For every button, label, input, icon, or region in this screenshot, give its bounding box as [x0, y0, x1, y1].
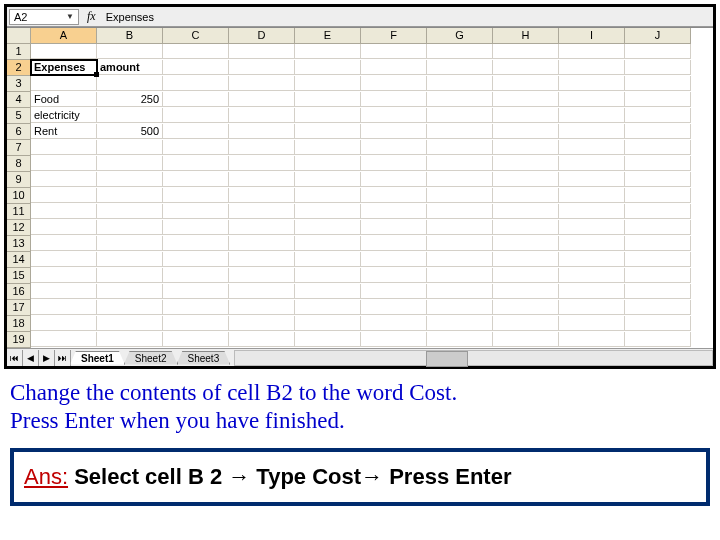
cell-A8[interactable] — [31, 156, 97, 171]
cell-C2[interactable] — [163, 60, 229, 75]
cell-J5[interactable] — [625, 108, 691, 123]
cell-C19[interactable] — [163, 332, 229, 347]
cell-I15[interactable] — [559, 268, 625, 283]
cell-D18[interactable] — [229, 316, 295, 331]
cell-C18[interactable] — [163, 316, 229, 331]
cell-I2[interactable] — [559, 60, 625, 75]
select-all-corner[interactable] — [7, 28, 31, 44]
cell-E17[interactable] — [295, 300, 361, 315]
col-header-B[interactable]: B — [97, 28, 163, 44]
cell-D7[interactable] — [229, 140, 295, 155]
cell-G3[interactable] — [427, 76, 493, 91]
cell-H6[interactable] — [493, 124, 559, 139]
cell-D12[interactable] — [229, 220, 295, 235]
row-header-6[interactable]: 6 — [7, 124, 31, 140]
cell-F7[interactable] — [361, 140, 427, 155]
row-header-2[interactable]: 2 — [7, 60, 31, 76]
col-header-J[interactable]: J — [625, 28, 691, 44]
cell-D8[interactable] — [229, 156, 295, 171]
cell-J3[interactable] — [625, 76, 691, 91]
cell-C16[interactable] — [163, 284, 229, 299]
cell-C12[interactable] — [163, 220, 229, 235]
cell-I16[interactable] — [559, 284, 625, 299]
cell-I17[interactable] — [559, 300, 625, 315]
row-header-13[interactable]: 13 — [7, 236, 31, 252]
cell-A13[interactable] — [31, 236, 97, 251]
cell-D4[interactable] — [229, 92, 295, 107]
cell-F10[interactable] — [361, 188, 427, 203]
cell-G7[interactable] — [427, 140, 493, 155]
cell-H12[interactable] — [493, 220, 559, 235]
cell-F14[interactable] — [361, 252, 427, 267]
cell-D1[interactable] — [229, 44, 295, 59]
cell-G10[interactable] — [427, 188, 493, 203]
cell-B8[interactable] — [97, 156, 163, 171]
cell-I12[interactable] — [559, 220, 625, 235]
cell-E8[interactable] — [295, 156, 361, 171]
cell-H15[interactable] — [493, 268, 559, 283]
horizontal-scrollbar[interactable] — [234, 350, 713, 366]
cell-J11[interactable] — [625, 204, 691, 219]
cell-B12[interactable] — [97, 220, 163, 235]
col-header-E[interactable]: E — [295, 28, 361, 44]
cell-I4[interactable] — [559, 92, 625, 107]
cell-F8[interactable] — [361, 156, 427, 171]
cell-D2[interactable] — [229, 60, 295, 75]
sheet-tab-3[interactable]: Sheet3 — [177, 351, 231, 365]
cell-C11[interactable] — [163, 204, 229, 219]
cell-H17[interactable] — [493, 300, 559, 315]
cell-J17[interactable] — [625, 300, 691, 315]
col-header-I[interactable]: I — [559, 28, 625, 44]
cell-E12[interactable] — [295, 220, 361, 235]
cell-H18[interactable] — [493, 316, 559, 331]
cell-A6[interactable]: Rent — [31, 124, 97, 139]
cell-D16[interactable] — [229, 284, 295, 299]
row-header-19[interactable]: 19 — [7, 332, 31, 348]
cell-A16[interactable] — [31, 284, 97, 299]
cell-G1[interactable] — [427, 44, 493, 59]
cell-D11[interactable] — [229, 204, 295, 219]
cell-G17[interactable] — [427, 300, 493, 315]
cell-A3[interactable] — [31, 76, 97, 91]
cell-D9[interactable] — [229, 172, 295, 187]
cell-E18[interactable] — [295, 316, 361, 331]
cell-J4[interactable] — [625, 92, 691, 107]
cell-C15[interactable] — [163, 268, 229, 283]
row-header-5[interactable]: 5 — [7, 108, 31, 124]
cell-A2[interactable]: Expenses — [31, 60, 97, 75]
cell-B1[interactable] — [97, 44, 163, 59]
cell-D5[interactable] — [229, 108, 295, 123]
cell-B2[interactable]: amount — [97, 60, 163, 75]
cell-H14[interactable] — [493, 252, 559, 267]
cell-G6[interactable] — [427, 124, 493, 139]
cell-F13[interactable] — [361, 236, 427, 251]
cell-B16[interactable] — [97, 284, 163, 299]
cell-B11[interactable] — [97, 204, 163, 219]
cell-G8[interactable] — [427, 156, 493, 171]
cell-I9[interactable] — [559, 172, 625, 187]
fx-label[interactable]: fx — [81, 9, 102, 24]
cell-F3[interactable] — [361, 76, 427, 91]
cell-J18[interactable] — [625, 316, 691, 331]
cell-J9[interactable] — [625, 172, 691, 187]
cell-C17[interactable] — [163, 300, 229, 315]
cell-G15[interactable] — [427, 268, 493, 283]
col-header-H[interactable]: H — [493, 28, 559, 44]
row-header-8[interactable]: 8 — [7, 156, 31, 172]
cell-F4[interactable] — [361, 92, 427, 107]
cell-E3[interactable] — [295, 76, 361, 91]
cell-F5[interactable] — [361, 108, 427, 123]
cell-I14[interactable] — [559, 252, 625, 267]
row-header-4[interactable]: 4 — [7, 92, 31, 108]
cell-G13[interactable] — [427, 236, 493, 251]
row-header-16[interactable]: 16 — [7, 284, 31, 300]
cell-E16[interactable] — [295, 284, 361, 299]
cell-E14[interactable] — [295, 252, 361, 267]
cell-H1[interactable] — [493, 44, 559, 59]
cell-E15[interactable] — [295, 268, 361, 283]
cell-H13[interactable] — [493, 236, 559, 251]
cell-H7[interactable] — [493, 140, 559, 155]
cell-J2[interactable] — [625, 60, 691, 75]
cell-A7[interactable] — [31, 140, 97, 155]
cell-D14[interactable] — [229, 252, 295, 267]
